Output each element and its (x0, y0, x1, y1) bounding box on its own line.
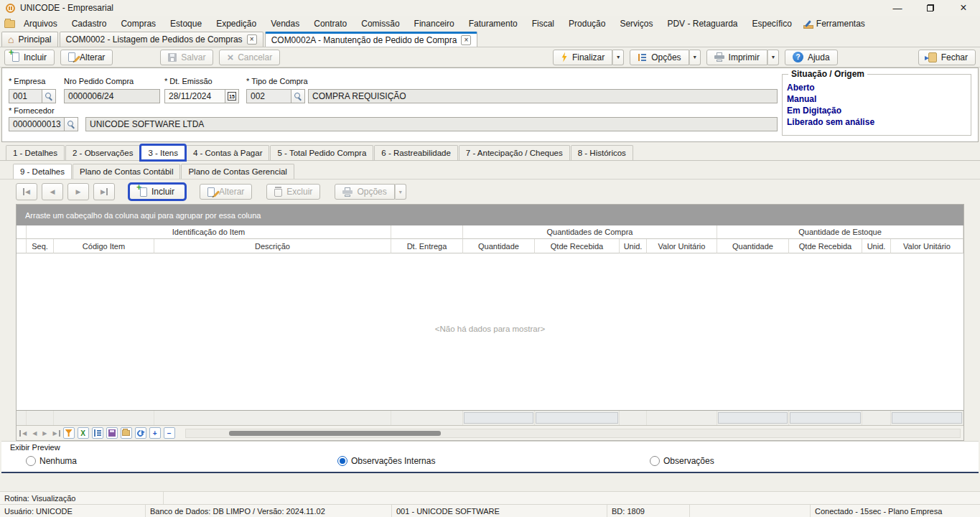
collapse-all-icon[interactable]: − (164, 427, 175, 439)
alterar-button[interactable]: Alterar (60, 50, 113, 65)
ajuda-button[interactable]: ? Ajuda (785, 50, 838, 65)
tab-6-rastreabilidade[interactable]: 6 - Rastreabilidade (374, 145, 458, 160)
tab-9-detalhes[interactable]: 9 - Detalhes (13, 164, 72, 179)
save-layout-icon[interactable] (106, 427, 118, 439)
column-quantidade-compra[interactable]: Quantidade (463, 239, 535, 253)
menu-especifico[interactable]: Específico (745, 17, 798, 31)
column-codigo-item[interactable]: Código Item (54, 239, 154, 253)
horizontal-scrollbar[interactable] (185, 429, 961, 438)
close-button[interactable]: × (947, 0, 980, 16)
band-identificacao-item[interactable]: Identificação do Item (27, 225, 391, 239)
dt-emissao-calendar-button[interactable]: 15 (225, 90, 238, 103)
tab-5-total-pedido-compra[interactable]: 5 - Total Pedido Compra (270, 145, 373, 160)
tab-com0002-listagem[interactable]: COM0002 - Listagem de Pedidos de Compras… (60, 32, 263, 47)
menu-producao[interactable]: Produção (561, 17, 612, 31)
tab-com0002a-manutencao[interactable]: COM0002A - Manutenção de Pedido de Compr… (265, 32, 478, 47)
menu-compras[interactable]: Compras (113, 17, 163, 31)
minimize-button[interactable]: — (881, 0, 914, 16)
tab-1-detalhes[interactable]: 1 - Detalhes (6, 145, 65, 160)
expand-all-icon[interactable]: + (149, 427, 161, 439)
column-valor-unitario-estoque[interactable]: Valor Unitário (891, 239, 963, 253)
menu-contrato[interactable]: Contrato (307, 17, 354, 31)
column-qtde-recebida-estoque[interactable]: Qtde Recebida (789, 239, 862, 253)
column-valor-unitario-compra[interactable]: Valor Unitário (647, 239, 717, 253)
fornecedor-lookup-button[interactable] (64, 118, 78, 131)
item-opcoes-dropdown[interactable]: ▼ (395, 184, 406, 200)
menu-pdv-retaguarda[interactable]: PDV - Retaguarda (660, 17, 745, 31)
tipo-compra-field[interactable]: 002 (246, 89, 305, 103)
menu-estoque[interactable]: Estoque (163, 17, 209, 31)
imprimir-button[interactable]: Imprimir (706, 50, 767, 65)
radio-button-icon[interactable] (26, 456, 36, 466)
opcoes-dropdown[interactable]: ▼ (689, 50, 701, 65)
nro-pedido-field[interactable]: 0000006/24 (64, 89, 160, 103)
tab-2-observacoes[interactable]: 2 - Observações (65, 145, 140, 160)
item-alterar-button[interactable]: Alterar (200, 184, 252, 200)
scrollbar-thumb[interactable] (229, 431, 441, 436)
cancelar-button[interactable]: × Cancelar (219, 50, 280, 65)
column-dt-entrega[interactable]: Dt. Entrega (391, 239, 463, 253)
next-record-button[interactable]: ▶ (67, 183, 89, 200)
refresh-icon[interactable] (135, 427, 146, 439)
imprimir-dropdown[interactable]: ▼ (767, 50, 779, 65)
column-qtde-recebida-compra[interactable]: Qtde Recebida (535, 239, 620, 253)
column-seq[interactable]: Seq. (27, 239, 54, 253)
menu-cadastro[interactable]: Cadastro (65, 17, 114, 31)
fechar-button[interactable]: Fechar (918, 50, 976, 65)
navigator-next-icon[interactable]: ▶ (41, 430, 48, 437)
tab-principal[interactable]: ⌂ Principal (1, 32, 58, 47)
excel-export-icon[interactable]: X (78, 427, 89, 439)
band-quantidades-compra[interactable]: Quantidades de Compra (463, 225, 717, 239)
tab-plano-contas-contabil[interactable]: Plano de Contas Contábil (73, 164, 180, 179)
empresa-lookup-button[interactable] (42, 90, 55, 103)
fornecedor-field[interactable]: 0000000013 (9, 117, 78, 131)
finalizar-dropdown[interactable]: ▼ (612, 50, 624, 65)
menu-servicos[interactable]: Serviços (612, 17, 660, 31)
group-by-panel[interactable]: Arraste um cabeçalho da coluna aqui para… (17, 205, 963, 225)
item-incluir-button[interactable]: + Incluir (129, 184, 185, 200)
radio-nenhuma[interactable]: Nenhuma (26, 456, 77, 466)
item-opcoes-button[interactable]: Opções (335, 184, 394, 200)
tab-7-antecipacao-cheques[interactable]: 7 - Antecipação / Cheques (459, 145, 570, 160)
menu-expedicao[interactable]: Expedição (209, 17, 263, 31)
radio-button-selected-icon[interactable] (337, 456, 347, 466)
menu-financeiro[interactable]: Financeiro (407, 17, 462, 31)
incluir-button[interactable]: + Incluir (4, 50, 55, 65)
previous-record-button[interactable]: ◀ (42, 183, 63, 200)
navigator-first-icon[interactable]: ◀ (19, 430, 28, 437)
tab-3-itens[interactable]: 3 - Itens (141, 145, 185, 160)
first-record-button[interactable]: ◀ (16, 183, 37, 200)
radio-observacoes-internas[interactable]: Observações Internas (337, 456, 435, 466)
navigator-prev-icon[interactable]: ◀ (31, 430, 38, 437)
close-tab-icon[interactable]: × (247, 34, 257, 45)
menu-arquivos[interactable]: Arquivos (17, 17, 65, 31)
column-unid-compra[interactable]: Unid. (620, 239, 647, 253)
menu-ferramentas[interactable]: Ferramentas (813, 17, 872, 31)
tab-8-historicos[interactable]: 8 - Históricos (571, 145, 633, 160)
empresa-field[interactable]: 001 (9, 89, 56, 103)
maximize-button[interactable] (914, 0, 947, 16)
column-descricao[interactable]: Descrição (154, 239, 391, 253)
band-quantidade-estoque[interactable]: Quantidade de Estoque (717, 225, 963, 239)
column-unid-estoque[interactable]: Unid. (862, 239, 891, 253)
tab-4-contas-a-pagar[interactable]: 4 - Contas à Pagar (186, 145, 270, 160)
tipo-compra-lookup-button[interactable] (291, 90, 304, 103)
opcoes-button[interactable]: Opções (630, 50, 689, 65)
menu-fiscal[interactable]: Fiscal (525, 17, 561, 31)
radio-button-icon[interactable] (650, 456, 660, 466)
tab-plano-contas-gerencial[interactable]: Plano de Contas Gerencial (181, 164, 294, 179)
item-excluir-button[interactable]: Excluir (266, 184, 320, 200)
navigator-last-icon[interactable]: ▶ (51, 430, 60, 437)
menu-vendas[interactable]: Vendas (263, 17, 307, 31)
menu-faturamento[interactable]: Faturamento (462, 17, 525, 31)
finalizar-button[interactable]: Finalizar (553, 50, 612, 65)
close-tab-icon[interactable]: × (461, 35, 471, 45)
open-layout-icon[interactable] (121, 427, 132, 439)
last-record-button[interactable]: ▶ (93, 183, 115, 200)
menu-comissao[interactable]: Comissão (354, 17, 406, 31)
column-quantidade-estoque[interactable]: Quantidade (717, 239, 789, 253)
salvar-button[interactable]: Salvar (160, 50, 213, 65)
filter-funnel-icon[interactable] (63, 427, 75, 439)
dt-emissao-field[interactable]: 28/11/2024 15 (164, 89, 239, 103)
tree-view-icon[interactable] (92, 427, 103, 439)
